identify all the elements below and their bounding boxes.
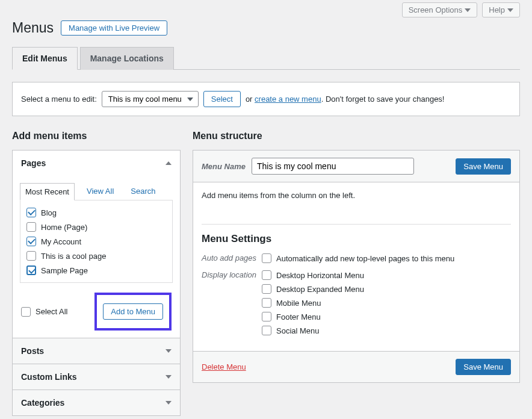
select-all-row[interactable]: Select All <box>21 307 67 317</box>
location-label: Mobile Menu <box>276 299 321 308</box>
location-label: Footer Menu <box>276 312 321 321</box>
page-checkbox[interactable] <box>26 222 36 232</box>
caret-down-icon <box>507 8 513 12</box>
menu-instructions: Add menu items from the column on the le… <box>202 191 511 200</box>
accordion-pages-label: Pages <box>21 158 46 168</box>
screen-options-button[interactable]: Screen Options <box>402 2 478 17</box>
accordion-categories-label: Categories <box>21 398 64 408</box>
page-item-label: My Account <box>41 237 81 246</box>
accordion-custom-links-label: Custom Links <box>21 372 77 382</box>
location-desktop-horizontal[interactable]: Desktop Horizontal Menu <box>262 270 364 280</box>
page-checkbox[interactable] <box>26 251 36 261</box>
page-title: Menus <box>12 20 54 36</box>
location-checkbox[interactable] <box>262 298 271 308</box>
location-checkbox[interactable] <box>262 270 271 280</box>
accordion-custom-links-header[interactable]: Custom Links <box>13 364 180 390</box>
caret-up-icon <box>165 161 172 165</box>
menu-name-input[interactable] <box>252 158 414 175</box>
save-menu-button-bottom[interactable]: Save Menu <box>456 359 511 375</box>
location-label: Desktop Horizontal Menu <box>276 271 364 280</box>
location-desktop-expanded[interactable]: Desktop Expanded Menu <box>262 284 364 294</box>
display-location-label: Display location <box>202 270 262 335</box>
caret-down-icon <box>165 349 172 353</box>
location-footer[interactable]: Footer Menu <box>262 312 364 321</box>
page-item-home[interactable]: Home (Page) <box>26 222 166 232</box>
auto-add-pages-text: Automatically add new top-level pages to… <box>276 254 454 263</box>
save-menu-button-top[interactable]: Save Menu <box>456 158 511 175</box>
manage-menus-bar: Select a menu to edit: This is my cool m… <box>12 82 520 116</box>
auto-add-pages-option[interactable]: Automatically add new top-level pages to… <box>262 253 454 263</box>
menu-name-label: Menu Name <box>202 162 246 171</box>
select-all-checkbox[interactable] <box>21 307 31 317</box>
menu-select[interactable]: This is my cool menu <box>102 91 199 107</box>
page-checkbox[interactable] <box>26 208 36 217</box>
menu-footer: Delete Menu Save Menu <box>193 351 519 382</box>
page-tab-most-recent[interactable]: Most Recent <box>20 183 75 200</box>
help-button[interactable]: Help <box>482 2 520 17</box>
nav-tabs: Edit Menus Manage Locations <box>12 47 520 70</box>
page-tab-view-all[interactable]: View All <box>82 183 119 200</box>
accordion-custom-links: Custom Links <box>13 364 180 390</box>
location-label: Social Menu <box>276 326 320 335</box>
select-menu-label: Select a menu to edit: <box>21 95 97 104</box>
page-item-sample-page[interactable]: Sample Page <box>26 265 166 275</box>
page-checkbox[interactable] <box>26 265 36 275</box>
page-item-cool-page[interactable]: This is a cool page <box>26 251 166 261</box>
tab-edit-menus[interactable]: Edit Menus <box>12 47 78 70</box>
accordion-posts-label: Posts <box>21 346 44 356</box>
live-preview-button[interactable]: Manage with Live Preview <box>61 20 167 36</box>
page-tab-search[interactable]: Search <box>126 183 160 200</box>
add-menu-items-title: Add menu items <box>12 131 181 141</box>
auto-add-pages-checkbox[interactable] <box>262 253 271 263</box>
menu-name-bar: Menu Name Save Menu <box>193 151 519 182</box>
menu-settings-title: Menu Settings <box>202 233 511 245</box>
page-item-label: Home (Page) <box>41 223 87 232</box>
select-all-label: Select All <box>36 307 67 316</box>
auto-add-pages-label: Auto add pages <box>202 253 262 263</box>
add-to-menu-highlight: Add to Menu <box>94 293 172 331</box>
or-text: or <box>246 95 253 104</box>
location-checkbox[interactable] <box>262 284 271 294</box>
add-to-menu-button[interactable]: Add to Menu <box>103 303 163 320</box>
page-item-my-account[interactable]: My Account <box>26 237 166 246</box>
accordion-posts: Posts <box>13 338 180 364</box>
page-item-label: Blog <box>41 208 57 217</box>
caret-down-icon <box>465 8 471 12</box>
delete-menu-link[interactable]: Delete Menu <box>202 362 246 371</box>
accordion-categories: Categories <box>13 390 180 415</box>
page-item-blog[interactable]: Blog <box>26 208 166 217</box>
location-checkbox[interactable] <box>262 312 271 321</box>
page-checkbox[interactable] <box>26 237 36 246</box>
caret-down-icon <box>165 401 172 405</box>
location-social[interactable]: Social Menu <box>262 326 364 335</box>
accordion-posts-header[interactable]: Posts <box>13 338 180 364</box>
help-label: Help <box>489 5 505 14</box>
location-mobile[interactable]: Mobile Menu <box>262 298 364 308</box>
location-label: Desktop Expanded Menu <box>276 285 364 294</box>
page-item-label: Sample Page <box>41 266 88 275</box>
accordion-categories-header[interactable]: Categories <box>13 390 180 415</box>
caret-down-icon <box>165 375 172 379</box>
screen-options-label: Screen Options <box>409 5 463 14</box>
select-button[interactable]: Select <box>203 91 241 107</box>
page-item-label: This is a cool page <box>41 252 106 261</box>
menu-structure-title: Menu structure <box>193 131 520 141</box>
tab-manage-locations[interactable]: Manage Locations <box>80 47 174 70</box>
reminder-text: . Don't forget to save your changes! <box>321 95 445 104</box>
menu-structure-box: Menu Name Save Menu Add menu items from … <box>193 150 520 383</box>
accordion-pages-header[interactable]: Pages <box>13 151 180 176</box>
location-checkbox[interactable] <box>262 326 271 335</box>
create-new-menu-link[interactable]: create a new menu <box>255 95 321 104</box>
accordion-pages: Pages Most Recent View All Search Blog <box>13 151 180 338</box>
accordion: Pages Most Recent View All Search Blog <box>12 150 181 416</box>
